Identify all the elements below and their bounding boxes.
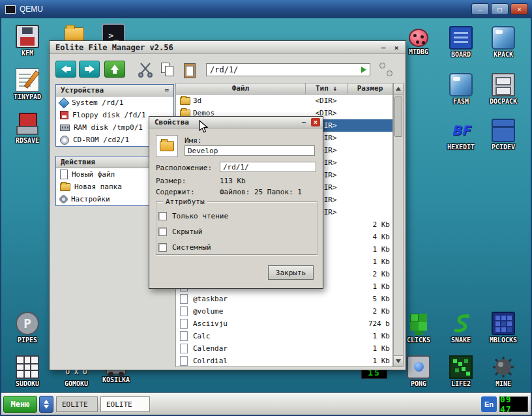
- path-input[interactable]: /rd/1/: [206, 63, 370, 76]
- table-row[interactable]: @volume 2 Kb: [176, 305, 392, 318]
- arrow-up-icon: [111, 65, 119, 70]
- up-button[interactable]: [104, 61, 125, 78]
- file-name: @volume: [193, 307, 223, 316]
- desktop-icon-hexedit[interactable]: BF HEXEDIT: [440, 119, 482, 151]
- maximize-button[interactable]: □: [491, 3, 509, 15]
- forward-button[interactable]: [79, 61, 100, 78]
- desktop-icon-mblocks[interactable]: MBLOCKS: [482, 312, 524, 344]
- taskbar: Меню EOLITE EOLITE En 09 47: [1, 393, 531, 415]
- back-button[interactable]: [55, 61, 76, 78]
- new-file-icon: [60, 170, 68, 179]
- scrollbar-thumb[interactable]: [394, 97, 402, 137]
- toolbar-dot-button[interactable]: [387, 70, 392, 76]
- desktop-icon-kpack[interactable]: KPACK: [482, 26, 524, 58]
- desktop-icon-life2[interactable]: LIFE2: [440, 355, 482, 387]
- file-name: Calendar: [193, 344, 228, 353]
- paste-button[interactable]: [181, 61, 198, 78]
- floppy-icon: [60, 111, 68, 119]
- table-row[interactable]: 3d <DIR>: [176, 95, 392, 107]
- save-disk-icon: [16, 112, 39, 136]
- file-name: 3d: [193, 97, 201, 105]
- checkbox[interactable]: [158, 228, 167, 236]
- column-file[interactable]: Файл: [176, 84, 305, 93]
- readonly-checkbox-row[interactable]: Только чтение: [158, 212, 228, 220]
- dialog-close-button[interactable]: ×: [311, 118, 320, 126]
- hidden-checkbox-row[interactable]: Скрытый: [158, 228, 202, 236]
- go-arrow-icon[interactable]: [361, 67, 366, 73]
- checkbox[interactable]: [158, 243, 167, 252]
- close-dialog-button[interactable]: Закрыть: [268, 265, 314, 280]
- eolite-titlebar[interactable]: Eolite File Manager v2.56: [50, 41, 406, 54]
- desktop-icon-board[interactable]: BOARD: [440, 26, 482, 58]
- green-blocks-icon: [407, 312, 430, 335]
- scroll-up-button[interactable]: [394, 83, 403, 95]
- desktop-icon-tinypad[interactable]: TINYPAD: [7, 68, 48, 100]
- close-button[interactable]: ×: [510, 3, 528, 15]
- taskbar-item-eolite-active[interactable]: EOLITE: [100, 396, 150, 412]
- system-diamond-icon: [59, 97, 70, 108]
- file-type-icon: [180, 294, 188, 304]
- dialog-titlebar[interactable]: Свойства: [149, 117, 323, 128]
- ball-box-icon: [407, 355, 430, 379]
- desktop-icon-snake[interactable]: SNAKE: [440, 312, 482, 344]
- copy-button[interactable]: [159, 61, 176, 78]
- file-list-scrollbar[interactable]: [393, 83, 404, 367]
- eolite-close-button[interactable]: ×: [391, 43, 402, 52]
- table-row[interactable]: Calendar 1 Kb: [176, 342, 392, 355]
- table-row[interactable]: Calc 1 Kb: [176, 330, 392, 342]
- language-indicator[interactable]: En: [481, 396, 497, 412]
- menu-button[interactable]: Меню: [3, 396, 37, 413]
- table-row[interactable]: Colrdial 1 Kb: [176, 355, 392, 367]
- desktop-icon-fasm[interactable]: FASM: [440, 73, 482, 105]
- desktop-icon-docpack[interactable]: DOCPACK: [482, 73, 524, 105]
- file-type-icon: [180, 331, 188, 341]
- collapse-icon[interactable]: =: [164, 86, 169, 95]
- device-item-system[interactable]: System /rd/1: [56, 97, 173, 109]
- file-size: 1 Kb: [344, 282, 390, 291]
- size-value: 113 Kb: [220, 177, 246, 185]
- ice-cube-icon: [449, 73, 473, 97]
- minimize-button[interactable]: –: [471, 3, 489, 15]
- file-name: @taskbar: [193, 295, 228, 303]
- board-window-icon: [449, 26, 473, 50]
- desktop-icon-mine[interactable]: MINE: [482, 355, 524, 387]
- file-size: 1 Kb: [344, 344, 390, 353]
- path-text: /rd/1/: [210, 65, 238, 74]
- desktop-icon-pipes[interactable]: P PIPES: [7, 312, 48, 344]
- checkbox-label: Только чтение: [172, 212, 228, 220]
- window-controls: – □ ×: [471, 3, 528, 15]
- arrow-left-icon: [61, 65, 66, 73]
- desktop-icon-rdsave[interactable]: RDSAVE: [7, 112, 48, 144]
- bf-letters-icon: BF: [449, 119, 473, 142]
- toolbar-dot-button[interactable]: [379, 63, 385, 68]
- drawer-cabinet-icon: [492, 73, 515, 97]
- column-type[interactable]: Тип ↓: [305, 83, 347, 94]
- location-field[interactable]: /rd/1/: [220, 162, 316, 172]
- dialog-folder-icon-box: [156, 135, 178, 157]
- dialog-minimize-button[interactable]: –: [299, 118, 308, 126]
- checkbox[interactable]: [158, 212, 167, 220]
- column-size[interactable]: Размер: [347, 83, 392, 94]
- name-field[interactable]: Develop: [185, 145, 315, 156]
- desktop-icon-pcidev[interactable]: PCIDEV: [482, 119, 524, 151]
- table-row[interactable]: @taskbar 5 Kb: [176, 293, 392, 305]
- taskbar-item-eolite[interactable]: EOLITE: [56, 396, 98, 412]
- arrow-up-icon: [44, 400, 49, 404]
- eolite-minimize-button[interactable]: –: [378, 43, 389, 52]
- location-label: Расположение:: [156, 164, 212, 172]
- file-type-icon: [180, 356, 188, 366]
- table-row[interactable]: Asciivju 724 b: [176, 318, 392, 330]
- desktop-icon-folder[interactable]: [53, 21, 95, 42]
- window-switcher-button[interactable]: [39, 396, 53, 413]
- cd-disc-icon: [60, 136, 69, 145]
- desktop-icon-kfm[interactable]: KFM: [7, 25, 48, 57]
- devices-header[interactable]: Устройства =: [56, 85, 173, 97]
- file-type-icon: [180, 319, 188, 329]
- desktop-icon-sudoku[interactable]: SUDOKU: [7, 355, 48, 387]
- system-checkbox-row[interactable]: Системный: [158, 243, 211, 252]
- dialog-title: Свойства: [155, 118, 189, 126]
- folder-icon: [160, 141, 174, 151]
- qemu-titlebar[interactable]: QEMU – □ ×: [0, 0, 532, 18]
- cut-button[interactable]: [137, 61, 154, 78]
- scroll-down-button[interactable]: [394, 355, 403, 366]
